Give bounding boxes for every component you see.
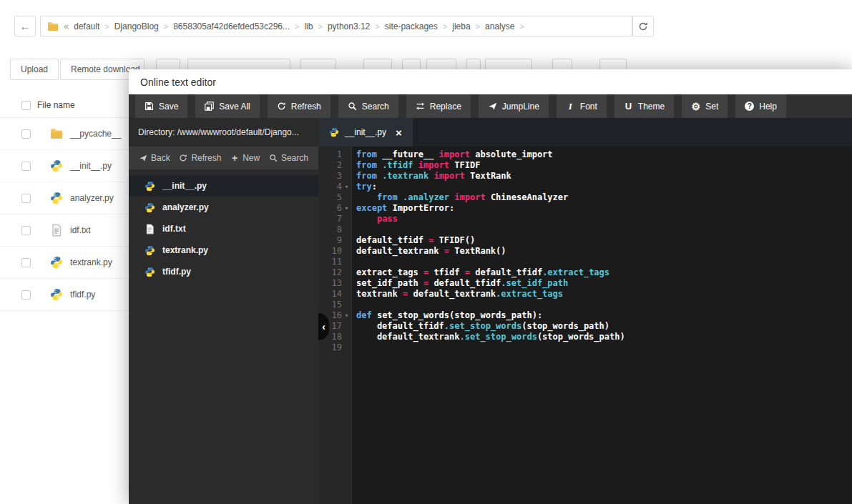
tree-item[interactable]: idf.txt [129,218,318,239]
row-checkbox[interactable] [21,162,31,171]
button-label: JumpLine [502,102,539,112]
save-all-button[interactable]: Save All [195,94,259,118]
code-line[interactable]: 10default_textrank = TextRank() [318,246,852,257]
button-label: New [243,153,260,163]
collapse-path-icon[interactable]: « [64,21,69,31]
fold-toggle-icon[interactable]: ▾ [342,203,351,214]
code-editor[interactable]: 1from __future__ import absolute_import2… [318,147,852,504]
button-label: Back [151,153,170,163]
code-line[interactable]: 9default_tfidf = TFIDF() [318,235,852,246]
help-button[interactable]: ?Help [735,94,786,118]
tree-item[interactable]: tfidf.py [129,261,318,282]
code-line[interactable]: 17 default_tfidf.set_stop_words(stop_wor… [318,321,852,332]
set-icon: ⚙ [691,102,700,111]
select-all-checkbox[interactable] [21,101,31,110]
editor-main: __init__.py × 1from __future__ import ab… [318,118,852,504]
breadcrumb-item[interactable]: analyse [485,21,514,31]
code-line[interactable]: 3from .textrank import TextRank [318,171,852,182]
code-text: from .analyzer import ChineseAnalyzer [351,192,568,203]
tree-item[interactable]: __init__.py [129,175,318,197]
code-text: def set_stop_words(stop_words_path): [351,310,542,321]
modal-title: Online text editor [140,76,216,88]
code-line[interactable]: 6▾except ImportError: [318,203,852,214]
row-checkbox[interactable] [21,258,31,267]
breadcrumb-item[interactable]: DjangoBlog [114,21,159,31]
row-checkbox[interactable] [21,194,31,203]
code-text: from __future__ import absolute_import [351,149,553,160]
code-line[interactable]: 4▾try: [318,182,852,192]
file-row[interactable]: textrank.py [0,247,129,279]
code-line[interactable]: 15 [318,300,852,310]
folder-icon [47,21,59,32]
back-button[interactable]: ← [14,16,36,36]
breadcrumb-item[interactable]: lib [304,21,313,31]
breadcrumb-item[interactable]: python3.12 [328,21,370,31]
refresh-button[interactable]: Refresh [268,94,330,118]
search-button[interactable]: Search [338,94,398,118]
tree-back-button[interactable]: Back [139,153,170,163]
refresh-icon [638,21,648,31]
refresh-button[interactable] [632,16,654,36]
font-icon: I [566,102,575,111]
tree-search-button[interactable]: Search [269,153,308,163]
row-checkbox[interactable] [21,290,31,300]
theme-button[interactable]: UTheme [614,94,674,118]
breadcrumb-separator-icon: > [476,22,480,31]
button-label: Theme [638,102,665,112]
font-button[interactable]: IFont [557,94,607,118]
button-label: Search [362,102,389,112]
file-name: idf.txt [70,225,91,235]
file-row[interactable]: analyzer.py [0,182,129,214]
jumpline-button[interactable]: JumpLine [479,94,549,118]
code-line[interactable]: 18 default_textrank.set_stop_words(stop_… [318,332,852,342]
python-file-icon [50,159,63,172]
code-line[interactable]: 7 pass [318,214,852,224]
breadcrumb-item[interactable]: site-packages [385,21,438,31]
code-line[interactable]: 1from __future__ import absolute_import [318,149,852,160]
python-file-icon [145,202,155,213]
code-line[interactable]: 11 [318,257,852,267]
code-text [351,224,356,235]
file-row[interactable]: __pycache__ [0,118,129,150]
code-line[interactable]: 12extract_tags = tfidf = default_tfidf.e… [318,267,852,278]
row-checkbox[interactable] [21,129,31,139]
file-row[interactable]: idf.txt [0,214,129,247]
file-row[interactable]: tfidf.py [0,279,129,311]
tab-init-py[interactable]: __init__.py × [318,118,413,147]
set-button[interactable]: ⚙Set [682,94,728,118]
tree-item[interactable]: textrank.py [129,239,318,261]
breadcrumb-separator-icon: > [104,22,109,31]
code-line[interactable]: 19 [318,342,852,353]
tree-item[interactable]: analyzer.py [129,197,318,218]
upload-button[interactable]: Upload [10,59,59,80]
code-line[interactable]: 14textrank = default_textrank.extract_ta… [318,289,852,300]
code-text: from .tfidf import TFIDF [351,160,480,171]
breadcrumb-item[interactable]: 8658305af42d6efded53c296... [173,21,290,31]
tab-close-icon[interactable]: × [396,127,402,139]
breadcrumb: default>DjangoBlog>8658305af42d6efded53c… [74,21,524,31]
code-text: except ImportError: [351,203,454,214]
tree-toolbar: BackRefresh+NewSearch [129,147,318,169]
code-line[interactable]: 5 from .analyzer import ChineseAnalyzer [318,192,852,203]
breadcrumb-item[interactable]: jieba [452,21,470,31]
path-bar[interactable]: « default>DjangoBlog>8658305af42d6efded5… [40,16,632,36]
breadcrumb-item[interactable]: default [74,21,99,31]
tree-new-button[interactable]: +New [230,153,260,163]
file-name: __init__.py [70,161,112,171]
code-line[interactable]: 8 [318,224,852,235]
chevron-left-icon: ‹ [322,321,325,332]
file-name: __pycache__ [70,129,121,139]
code-line[interactable]: 16▾def set_stop_words(stop_words_path): [318,310,852,321]
arrow-left-icon: ← [20,20,31,32]
fold-toggle-icon[interactable]: ▾ [342,182,351,192]
code-line[interactable]: 2from .tfidf import TFIDF [318,160,852,171]
save-button[interactable]: Save [135,94,187,118]
code-line[interactable]: 13set_idf_path = default_tfidf.set_idf_p… [318,278,852,289]
fold-toggle-icon[interactable]: ▾ [342,310,351,321]
tree-file-list: __init__.pyanalyzer.pyidf.txttextrank.py… [129,169,318,504]
line-number: 1 [318,149,342,160]
tree-refresh-button[interactable]: Refresh [179,153,221,163]
replace-button[interactable]: Replace [406,94,471,118]
file-row[interactable]: __init__.py [0,150,129,182]
row-checkbox[interactable] [21,226,31,235]
